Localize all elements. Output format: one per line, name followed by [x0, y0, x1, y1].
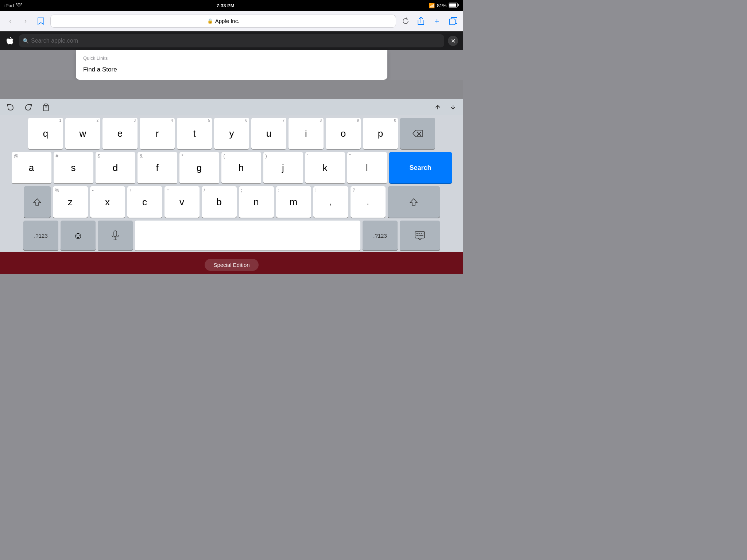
search-input[interactable] [31, 38, 441, 44]
status-bar: iPad 7:33 PM 📶 81% [0, 0, 463, 11]
search-key-label: Search [409, 164, 431, 171]
nav-right: + [415, 15, 459, 27]
shift-left-key[interactable] [24, 186, 51, 218]
numbers-key-right[interactable]: .?123 [363, 221, 398, 250]
key-f[interactable]: & f [138, 152, 177, 183]
add-tab-button[interactable]: + [431, 15, 443, 27]
close-button[interactable]: ✕ [448, 36, 458, 46]
key-b[interactable]: / b [202, 186, 237, 218]
apple-logo [5, 36, 15, 46]
special-edition-button[interactable]: Special Edition [205, 259, 258, 271]
shift-right-key[interactable] [388, 186, 440, 218]
key-row-bottom: .?123 ☺ .?123 [1, 221, 462, 250]
key-h[interactable]: ( h [221, 152, 261, 183]
search-icon-small: 🔍 [23, 38, 29, 44]
key-e[interactable]: 3 e [102, 118, 138, 149]
search-bar: 🔍 ✕ [0, 31, 463, 50]
key-u[interactable]: 7 u [251, 118, 286, 149]
key-exclaim[interactable]: ! , [313, 186, 348, 218]
key-j[interactable]: ) j [263, 152, 303, 183]
svg-rect-7 [45, 106, 47, 107]
bluetooth-icon: 📶 [429, 3, 435, 8]
website-background [0, 80, 463, 99]
key-c[interactable]: + c [127, 186, 162, 218]
cursor-up-button[interactable] [431, 101, 444, 114]
key-question[interactable]: ? . [351, 186, 386, 218]
key-row-3: % z - x + c = v / b ; n [1, 186, 462, 218]
battery-icon [449, 3, 459, 9]
browser-nav-bar: ‹ › 🔒 Apple Inc. + [0, 11, 463, 31]
spacebar-key[interactable] [135, 221, 360, 250]
svg-rect-6 [45, 105, 47, 106]
key-g[interactable]: * g [179, 152, 219, 183]
key-n[interactable]: ; n [239, 186, 274, 218]
key-q[interactable]: 1 q [28, 118, 63, 149]
key-l[interactable]: " l [347, 152, 387, 183]
svg-rect-10 [415, 232, 425, 238]
key-row-1: 1 q 2 w 3 e 4 r 5 t 6 y [1, 118, 462, 149]
numbers-key-left[interactable]: .?123 [23, 221, 58, 250]
bookmarks-button[interactable] [35, 15, 47, 27]
key-o[interactable]: 9 o [326, 118, 361, 149]
lock-icon: 🔒 [207, 18, 213, 24]
key-m[interactable]: : m [276, 186, 311, 218]
carrier-label: iPad [4, 3, 14, 8]
key-y[interactable]: 6 y [214, 118, 249, 149]
keyboard: 1 q 2 w 3 e 4 r 5 t 6 y [0, 115, 463, 252]
key-r[interactable]: 4 r [140, 118, 175, 149]
key-w[interactable]: 2 w [65, 118, 100, 149]
toolbar-left [4, 101, 53, 114]
find-store-link[interactable]: Find a Store [83, 65, 380, 75]
wifi-icon [16, 3, 22, 8]
key-k[interactable]: ' k [305, 152, 345, 183]
key-i[interactable]: 8 i [289, 118, 324, 149]
undo-button[interactable] [4, 101, 17, 114]
svg-rect-8 [45, 108, 47, 108]
forward-button[interactable]: › [20, 15, 31, 27]
svg-rect-3 [449, 19, 455, 25]
keyboard-hide-key[interactable] [400, 221, 440, 250]
tabs-button[interactable] [447, 15, 459, 27]
svg-rect-2 [449, 3, 456, 7]
key-row-2: @ a # s $ d & f * g ( h [1, 152, 462, 183]
search-input-wrapper[interactable]: 🔍 [19, 34, 444, 47]
status-left: iPad [4, 3, 22, 8]
status-right: 📶 81% [429, 3, 459, 9]
key-s[interactable]: # s [54, 152, 93, 183]
time-display: 7:33 PM [216, 3, 234, 8]
toolbar-right [431, 101, 460, 114]
reload-button[interactable] [400, 15, 411, 27]
key-t[interactable]: 5 t [177, 118, 212, 149]
url-bar[interactable]: 🔒 Apple Inc. [50, 15, 396, 28]
quick-links-dropdown: Quick Links Find a Store [76, 50, 387, 80]
battery-label: 81% [437, 3, 446, 8]
keyboard-toolbar [0, 99, 463, 115]
url-text: Apple Inc. [215, 18, 240, 24]
redo-button[interactable] [22, 101, 35, 114]
keyboard-area: 1 q 2 w 3 e 4 r 5 t 6 y [0, 99, 463, 252]
svg-rect-1 [458, 4, 459, 6]
search-key[interactable]: Search [389, 152, 452, 183]
quick-links-label: Quick Links [83, 55, 380, 61]
svg-rect-9 [114, 231, 117, 237]
paste-button[interactable] [40, 101, 53, 114]
emoji-key[interactable]: ☺ [61, 221, 96, 250]
key-z[interactable]: % z [53, 186, 88, 218]
delete-key[interactable] [400, 118, 435, 149]
back-button[interactable]: ‹ [4, 15, 16, 27]
key-a[interactable]: @ a [12, 152, 51, 183]
key-x[interactable]: - x [90, 186, 125, 218]
cursor-down-button[interactable] [446, 101, 460, 114]
dictation-key[interactable] [98, 221, 133, 250]
share-button[interactable] [415, 15, 427, 27]
key-v[interactable]: = v [165, 186, 200, 218]
key-d[interactable]: $ d [96, 152, 135, 183]
key-p[interactable]: 0 p [363, 118, 398, 149]
bottom-website: Special Edition [0, 252, 463, 274]
